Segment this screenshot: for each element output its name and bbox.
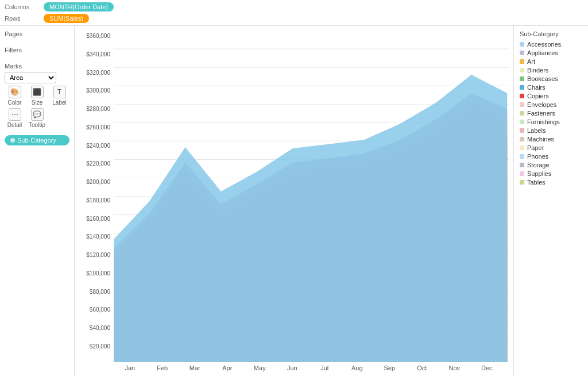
y-axis-label: $180,000 [86,197,110,204]
legend-item: Paper [520,144,582,151]
sub-cat-row: Sub-Category [5,135,69,145]
x-axis-label: Mar [179,365,211,371]
legend-item: Envelopes [520,101,582,108]
size-item[interactable]: ⬛ Size [27,86,47,106]
x-axis: JanFebMarAprMayJunJulAugSepOctNovDec [75,365,509,371]
legend-color-dot [520,94,524,98]
legend-color-dot [520,102,524,107]
legend: Sub-Category AccessoriesAppliancesArtBin… [513,26,588,376]
legend-color-dot [520,111,524,116]
legend-item-label: Furnishings [527,118,560,125]
legend-title: Sub-Category [520,30,582,37]
y-axis-label: $300,000 [86,87,110,94]
legend-color-dot [520,145,524,150]
legend-item: Appliances [520,49,582,56]
legend-item: Furnishings [520,118,582,125]
x-axis-label: Aug [341,365,374,371]
legend-color-dot [520,180,524,185]
legend-item-label: Machines [527,136,554,143]
chart-wrapper: $360,000$340,000$320,000$300,000$280,000… [75,30,509,362]
marks-label: Marks [5,63,69,70]
marks-type-select[interactable]: Area Bar Line [5,72,56,83]
legend-color-dot [520,120,524,124]
x-axis-label: Jan [114,365,146,371]
legend-item: Accessories [520,41,582,48]
x-axis-label: Oct [406,365,439,371]
legend-color-dot [520,128,524,133]
y-axis-label: $60,000 [90,306,110,313]
color-label: Color [8,99,22,106]
y-axis-label: $100,000 [86,270,110,277]
pages-section: Pages [5,30,69,40]
color-icon: 🎨 [9,86,21,98]
legend-color-dot [520,171,524,176]
legend-item: Tables [520,179,582,186]
legend-items: AccessoriesAppliancesArtBindersBookcases… [520,41,582,186]
size-icon: ⬛ [31,86,44,98]
rows-pill[interactable]: SUM(Sales) [44,14,89,23]
legend-item: Machines [520,136,582,143]
marks-type-row: Area Bar Line [5,72,69,83]
legend-item: Labels [520,127,582,134]
sub-cat-label: Sub-Category [17,137,56,144]
sub-cat-dot [10,138,15,143]
legend-color-dot [520,154,524,159]
columns-row: Columns MONTH(Order Date) [5,2,583,11]
legend-item-label: Phones [527,153,548,160]
chart-svg-container [114,30,509,362]
legend-item-label: Bookcases [527,75,558,82]
x-axis-label: Sep [373,365,406,371]
y-axis-label: $280,000 [86,106,110,112]
x-axis-label: Feb [146,365,179,371]
detail-icon: ⋯ [9,108,21,121]
y-axis-label: $120,000 [86,252,110,258]
legend-item-label: Appliances [527,49,558,56]
columns-pill[interactable]: MONTH(Order Date) [44,2,114,11]
detail-item[interactable]: ⋯ Detail [5,108,25,128]
y-axis-label: $320,000 [86,70,110,76]
main-area: Pages Filters Marks Area Bar Line 🎨 Colo… [0,26,588,376]
legend-color-dot [520,68,524,72]
legend-item-label: Copiers [527,93,549,99]
legend-item-label: Paper [527,144,544,151]
y-axis-label: $160,000 [86,216,110,222]
legend-item: Bookcases [520,75,582,82]
chart-area: $360,000$340,000$320,000$300,000$280,000… [75,26,513,376]
x-axis-label: Apr [211,365,244,371]
legend-color-dot [520,76,524,81]
y-axis-label: $260,000 [86,124,110,131]
y-axis-label: $220,000 [86,160,110,167]
y-axis: $360,000$340,000$320,000$300,000$280,000… [75,30,114,362]
legend-item-label: Storage [527,162,550,168]
filters-section: Filters [5,47,69,56]
area-accessories [114,75,507,362]
tooltip-icon: 💬 [31,108,44,121]
color-item[interactable]: 🎨 Color [5,86,25,106]
pages-label: Pages [5,30,69,37]
top-bar: Columns MONTH(Order Date) Rows SUM(Sales… [0,0,588,26]
y-axis-label: $140,000 [86,233,110,240]
label-icon: T [53,86,66,98]
legend-item: Chairs [520,84,582,91]
sub-category-pill[interactable]: Sub-Category [5,135,69,145]
filters-label: Filters [5,47,69,53]
legend-item-label: Fasteners [527,110,555,117]
legend-item: Storage [520,162,582,168]
label-item[interactable]: T Label [49,86,69,106]
rows-label: Rows [5,15,39,22]
legend-color-dot [520,163,524,167]
marks-grid: 🎨 Color ⬛ Size T Label ⋯ Detail 💬 To [5,86,69,128]
legend-color-dot [520,59,524,64]
tooltip-item[interactable]: 💬 Tooltip [27,108,47,128]
legend-color-dot [520,137,524,141]
legend-item-label: Binders [527,67,548,74]
legend-item-label: Accessories [527,41,561,48]
legend-item-label: Chairs [527,84,546,91]
legend-color-dot [520,42,524,47]
x-axis-label: Jun [276,365,309,371]
legend-color-dot [520,85,524,90]
legend-item-label: Supplies [527,170,551,177]
tooltip-label: Tooltip [29,122,45,128]
size-label: Size [32,99,42,106]
legend-item-label: Art [527,58,535,65]
